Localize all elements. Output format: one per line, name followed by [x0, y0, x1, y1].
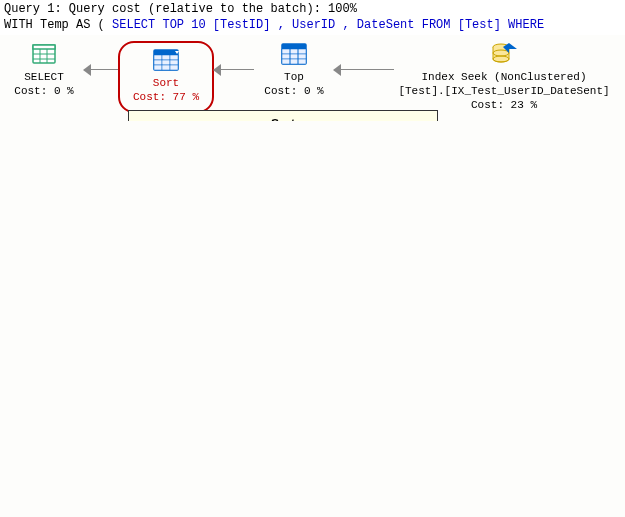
svg-rect-7 [154, 50, 178, 55]
operator-tooltip: Sort Sort the input. Physical OperationS… [128, 110, 438, 121]
sql-prefix: WITH Temp AS ( [4, 18, 112, 32]
op-sort-cost: Cost: 77 % [128, 91, 204, 105]
op-top[interactable]: Top Cost: 0 % [254, 41, 334, 99]
sort-icon [151, 47, 181, 75]
svg-rect-19 [282, 44, 306, 49]
query-sql-line: WITH Temp AS ( SELECT TOP 10 [TestID] , … [4, 18, 621, 34]
op-seek-name: Index Seek (NonClustered) [394, 71, 614, 85]
op-sort-name: Sort [128, 77, 204, 91]
svg-rect-16 [170, 65, 178, 70]
sql-statement: SELECT TOP 10 [TestID] , UserID , DateSe… [112, 18, 544, 32]
svg-rect-14 [154, 65, 162, 70]
op-seek-detail: [Test].[IX_Test_UserID_DateSent] [394, 85, 614, 99]
svg-rect-13 [170, 60, 178, 65]
query-header: Query 1: Query cost (relative to the bat… [0, 0, 625, 35]
svg-rect-11 [154, 60, 162, 65]
svg-rect-21 [282, 54, 306, 59]
arrow-icon [214, 58, 254, 82]
op-select-name: SELECT [4, 71, 84, 85]
op-top-cost: Cost: 0 % [254, 85, 334, 99]
svg-rect-12 [162, 60, 170, 65]
svg-rect-10 [170, 55, 178, 60]
index-seek-icon [489, 41, 519, 69]
arrow-icon [84, 58, 118, 82]
execution-plan[interactable]: SELECT Cost: 0 % Sort Cost: 77 % [0, 35, 625, 121]
tooltip-title: Sort [137, 117, 429, 121]
query-cost-line: Query 1: Query cost (relative to the bat… [4, 2, 621, 18]
svg-rect-15 [162, 65, 170, 70]
select-icon [29, 41, 59, 69]
op-select[interactable]: SELECT Cost: 0 % [4, 41, 84, 99]
svg-rect-1 [33, 45, 55, 49]
top-icon [279, 41, 309, 69]
svg-rect-8 [154, 55, 162, 60]
op-top-name: Top [254, 71, 334, 85]
svg-rect-20 [282, 49, 306, 54]
svg-rect-22 [282, 59, 306, 64]
op-index-seek[interactable]: Index Seek (NonClustered) [Test].[IX_Tes… [394, 41, 614, 112]
arrow-icon [334, 58, 394, 82]
op-sort[interactable]: Sort Cost: 77 % [118, 41, 214, 113]
op-select-cost: Cost: 0 % [4, 85, 84, 99]
svg-rect-9 [162, 55, 170, 60]
